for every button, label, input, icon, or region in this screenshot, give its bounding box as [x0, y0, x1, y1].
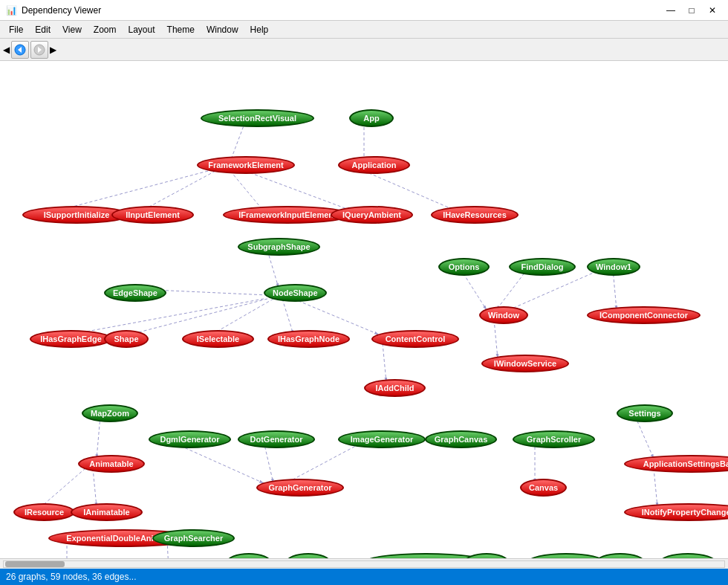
titlebar-controls: — □ ✕ [661, 3, 722, 18]
menu-layout[interactable]: Layout [123, 23, 161, 36]
svg-line-27 [93, 468, 97, 507]
toolbar-scroll-left[interactable]: ◀ [3, 45, 10, 55]
svg-line-20 [383, 343, 386, 382]
node-graphgenerator[interactable]: GraphGenerator [256, 479, 344, 497]
node-application[interactable]: Application [338, 156, 410, 174]
status-text: 26 graphs, 59 nodes, 36 edges... [6, 572, 136, 582]
graph-inner: .edge { stroke: #9999cc; stroke-width: 1… [0, 61, 728, 558]
node-contentcontrol[interactable]: ContentControl [371, 330, 459, 348]
node-shape[interactable]: Shape [104, 330, 149, 348]
node-inotifypropertychanged[interactable]: INotifyPropertyChanged [624, 503, 728, 521]
node-animatable[interactable]: Animatable [78, 455, 145, 473]
horizontal-scrollbar[interactable] [0, 558, 728, 569]
node-ihasgraphnode[interactable]: IHasGraphNode [267, 330, 350, 348]
node-graphsearcher[interactable]: GraphSearcher [152, 529, 235, 547]
node-iresource[interactable]: IResource [13, 503, 75, 521]
node-iinputelement[interactable]: IInputElement [111, 206, 194, 224]
node-app[interactable]: App [349, 109, 394, 127]
node-selectionrectvisual[interactable]: SelectionRectVisual [201, 109, 314, 127]
svg-line-18 [293, 299, 379, 334]
toolbar-scroll-right[interactable]: ▶ [50, 45, 56, 55]
graph-canvas[interactable]: .edge { stroke: #9999cc; stroke-width: 1… [0, 61, 728, 558]
node-ihaveresources[interactable]: IHaveResources [431, 206, 519, 224]
node-frameworkelement[interactable]: FrameworkElement [197, 156, 295, 174]
main-content: .edge { stroke: #9999cc; stroke-width: 1… [0, 61, 728, 558]
node-icomponentconnector[interactable]: IComponentConnector [587, 306, 701, 324]
node-dotgenerator[interactable]: DotGenerator [238, 430, 315, 448]
forward-button[interactable] [30, 41, 48, 59]
svg-line-17 [282, 299, 293, 334]
node-ihasgraphedge[interactable]: IHasGraphEdge [30, 330, 112, 348]
menu-view[interactable]: View [56, 23, 88, 36]
node-mapzoom[interactable]: MapZoom [82, 404, 138, 422]
svg-line-8 [141, 171, 215, 211]
menu-edit[interactable]: Edit [29, 23, 56, 36]
menu-help[interactable]: Help [244, 23, 275, 36]
node-iselectable[interactable]: ISelectable [182, 330, 254, 348]
node-nodeshape[interactable]: NodeShape [264, 284, 327, 302]
node-subgraphshape[interactable]: SubgraphShape [238, 238, 320, 256]
titlebar-left: 📊 Dependency Viewer [6, 5, 101, 16]
back-button[interactable] [11, 41, 29, 59]
node-iwindowservice[interactable]: IWindowService [481, 355, 569, 372]
close-button[interactable]: ✕ [703, 3, 722, 18]
menu-zoom[interactable]: Zoom [88, 23, 123, 36]
maximize-button[interactable]: □ [682, 3, 701, 18]
node-graphcanvas[interactable]: GraphCanvas [425, 430, 497, 448]
svg-line-15 [130, 299, 267, 334]
menu-theme[interactable]: Theme [161, 23, 201, 36]
statusbar: 26 graphs, 59 nodes, 36 edges... [0, 569, 728, 585]
svg-line-25 [97, 416, 100, 459]
svg-line-12 [267, 251, 279, 288]
node-iqueryambient[interactable]: IQueryAmbient [331, 206, 413, 224]
node-graphscroller[interactable]: GraphScroller [513, 430, 595, 448]
menu-file[interactable]: File [3, 23, 29, 36]
node-imagegenerator[interactable]: ImageGenerator [338, 430, 426, 448]
node-xps[interactable]: Xps [286, 553, 331, 558]
node-dgmlgenerator[interactable]: DgmlGenerator [149, 430, 231, 448]
node-window1[interactable]: Window1 [587, 258, 640, 276]
node-canvas[interactable]: Canvas [520, 479, 567, 497]
node-image[interactable]: Image [464, 553, 509, 558]
minimize-button[interactable]: — [661, 3, 680, 18]
svg-line-19 [494, 320, 498, 358]
svg-line-31 [286, 442, 364, 483]
menu-window[interactable]: Window [201, 23, 244, 36]
svg-line-10 [245, 171, 353, 211]
svg-line-9 [230, 171, 264, 211]
node-iaddchild[interactable]: IAddChild [364, 379, 426, 397]
node-pan[interactable]: Pan [227, 553, 271, 558]
svg-line-16 [212, 299, 273, 334]
menubar: File Edit View Zoom Layout Theme Window … [0, 21, 728, 39]
svg-line-11 [364, 171, 457, 211]
svg-line-14 [71, 299, 264, 334]
node-hovergesture[interactable]: HoverGesture [527, 553, 605, 558]
node-finddialog[interactable]: FindDialog [509, 258, 576, 276]
node-applicationsettingsbase[interactable]: ApplicationSettingsBase [624, 455, 728, 473]
node-settings3[interactable]: Settings [660, 553, 716, 558]
titlebar: 📊 Dependency Viewer — □ ✕ [0, 0, 728, 21]
svg-line-7 [56, 171, 208, 211]
svg-line-33 [654, 468, 657, 507]
app-icon: 📊 [6, 5, 17, 16]
svg-line-26 [41, 468, 85, 507]
node-edgeshape[interactable]: EdgeShape [104, 284, 166, 302]
svg-line-23 [509, 269, 602, 310]
node-themes[interactable]: Themes [596, 553, 645, 558]
node-ianimatable[interactable]: IAnimatable [71, 503, 143, 521]
toolbar: ◀ ▶ [0, 39, 728, 61]
svg-line-22 [496, 269, 527, 310]
node-options[interactable]: Options [438, 258, 490, 276]
svg-line-32 [635, 416, 654, 459]
node-settings2[interactable]: Settings [617, 404, 673, 422]
app-title: Dependency Viewer [22, 5, 101, 16]
node-window[interactable]: Window [479, 306, 528, 324]
